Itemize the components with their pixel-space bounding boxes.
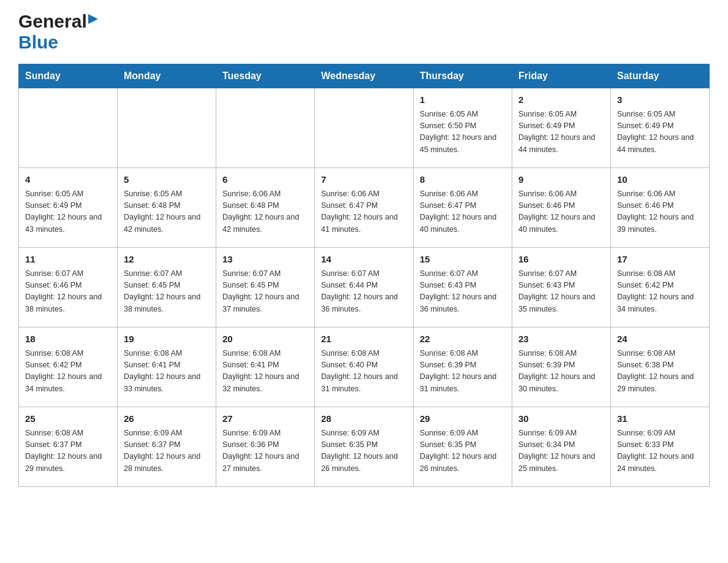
day-number: 3 [617,93,703,107]
day-number: 7 [321,173,407,187]
day-info: Sunrise: 6:09 AM Sunset: 6:33 PM Dayligh… [617,427,703,475]
calendar-header-friday: Friday [512,64,611,88]
day-number: 11 [25,253,111,267]
calendar-day-14: 14Sunrise: 6:07 AM Sunset: 6:44 PM Dayli… [315,248,414,327]
day-info: Sunrise: 6:05 AM Sunset: 6:50 PM Dayligh… [420,109,506,156]
calendar-week-row: 11Sunrise: 6:07 AM Sunset: 6:46 PM Dayli… [19,248,710,327]
calendar-day-3: 3Sunrise: 6:05 AM Sunset: 6:49 PM Daylig… [611,88,710,168]
day-info: Sunrise: 6:06 AM Sunset: 6:46 PM Dayligh… [617,188,703,236]
day-number: 18 [25,332,111,347]
calendar-header-saturday: Saturday [611,64,710,88]
day-info: Sunrise: 6:06 AM Sunset: 6:46 PM Dayligh… [518,188,604,236]
day-number: 9 [518,173,604,187]
day-info: Sunrise: 6:08 AM Sunset: 6:41 PM Dayligh… [124,348,210,396]
calendar-day-16: 16Sunrise: 6:07 AM Sunset: 6:43 PM Dayli… [512,248,611,327]
calendar-day-7: 7Sunrise: 6:06 AM Sunset: 6:47 PM Daylig… [315,168,414,248]
calendar-day-empty [118,88,216,168]
day-info: Sunrise: 6:08 AM Sunset: 6:42 PM Dayligh… [25,348,111,396]
page-header: General Blue [18,12,710,53]
day-info: Sunrise: 6:07 AM Sunset: 6:45 PM Dayligh… [124,268,210,316]
logo-flag-icon [88,14,98,28]
calendar-day-1: 1Sunrise: 6:05 AM Sunset: 6:50 PM Daylig… [414,88,512,168]
day-number: 21 [321,332,407,347]
calendar-day-30: 30Sunrise: 6:09 AM Sunset: 6:34 PM Dayli… [512,407,611,487]
day-number: 23 [518,332,604,347]
calendar-day-8: 8Sunrise: 6:06 AM Sunset: 6:47 PM Daylig… [414,168,512,248]
day-info: Sunrise: 6:05 AM Sunset: 6:49 PM Dayligh… [518,109,604,156]
calendar-day-27: 27Sunrise: 6:09 AM Sunset: 6:36 PM Dayli… [216,407,315,487]
calendar-header-wednesday: Wednesday [315,64,414,88]
day-info: Sunrise: 6:08 AM Sunset: 6:42 PM Dayligh… [617,268,703,316]
calendar-day-29: 29Sunrise: 6:09 AM Sunset: 6:35 PM Dayli… [414,407,512,487]
calendar-day-12: 12Sunrise: 6:07 AM Sunset: 6:45 PM Dayli… [118,248,216,327]
logo-general-word: General [18,12,87,31]
calendar-header-row: SundayMondayTuesdayWednesdayThursdayFrid… [19,64,710,88]
calendar-day-22: 22Sunrise: 6:08 AM Sunset: 6:39 PM Dayli… [414,327,512,407]
calendar-day-31: 31Sunrise: 6:09 AM Sunset: 6:33 PM Dayli… [611,407,710,487]
day-number: 20 [222,332,308,347]
day-info: Sunrise: 6:08 AM Sunset: 6:37 PM Dayligh… [25,427,111,475]
calendar-day-17: 17Sunrise: 6:08 AM Sunset: 6:42 PM Dayli… [611,248,710,327]
day-number: 5 [124,173,210,187]
day-number: 12 [124,253,210,267]
calendar-day-19: 19Sunrise: 6:08 AM Sunset: 6:41 PM Dayli… [118,327,216,407]
day-info: Sunrise: 6:06 AM Sunset: 6:47 PM Dayligh… [420,188,506,236]
calendar-day-5: 5Sunrise: 6:05 AM Sunset: 6:48 PM Daylig… [118,168,216,248]
day-number: 19 [124,332,210,347]
day-info: Sunrise: 6:07 AM Sunset: 6:45 PM Dayligh… [222,268,308,316]
calendar-header-tuesday: Tuesday [216,64,315,88]
calendar-week-row: 25Sunrise: 6:08 AM Sunset: 6:37 PM Dayli… [19,407,710,487]
day-info: Sunrise: 6:09 AM Sunset: 6:37 PM Dayligh… [124,427,210,475]
calendar-day-empty [19,88,118,168]
day-info: Sunrise: 6:09 AM Sunset: 6:35 PM Dayligh… [321,427,407,475]
calendar-header-sunday: Sunday [19,64,118,88]
calendar-day-18: 18Sunrise: 6:08 AM Sunset: 6:42 PM Dayli… [19,327,118,407]
svg-marker-0 [88,14,98,24]
logo: General Blue [18,12,99,53]
day-number: 26 [124,412,210,426]
day-number: 22 [420,332,506,347]
day-info: Sunrise: 6:08 AM Sunset: 6:40 PM Dayligh… [321,348,407,396]
calendar-day-28: 28Sunrise: 6:09 AM Sunset: 6:35 PM Dayli… [315,407,414,487]
calendar-day-25: 25Sunrise: 6:08 AM Sunset: 6:37 PM Dayli… [19,407,118,487]
calendar-week-row: 1Sunrise: 6:05 AM Sunset: 6:50 PM Daylig… [19,88,710,168]
day-number: 4 [25,173,111,187]
day-info: Sunrise: 6:08 AM Sunset: 6:39 PM Dayligh… [420,348,506,396]
calendar-week-row: 4Sunrise: 6:05 AM Sunset: 6:49 PM Daylig… [19,168,710,248]
calendar-header-monday: Monday [118,64,216,88]
day-info: Sunrise: 6:05 AM Sunset: 6:49 PM Dayligh… [25,188,111,236]
day-number: 1 [420,93,506,107]
calendar-day-20: 20Sunrise: 6:08 AM Sunset: 6:41 PM Dayli… [216,327,315,407]
day-number: 10 [617,173,703,187]
day-info: Sunrise: 6:06 AM Sunset: 6:48 PM Dayligh… [222,188,308,236]
day-number: 16 [518,253,604,267]
day-info: Sunrise: 6:05 AM Sunset: 6:48 PM Dayligh… [124,188,210,236]
day-number: 6 [222,173,308,187]
day-number: 27 [222,412,308,426]
calendar-week-row: 18Sunrise: 6:08 AM Sunset: 6:42 PM Dayli… [19,327,710,407]
calendar-day-9: 9Sunrise: 6:06 AM Sunset: 6:46 PM Daylig… [512,168,611,248]
logo-blue-word: Blue [18,32,58,53]
day-number: 17 [617,253,703,267]
day-info: Sunrise: 6:08 AM Sunset: 6:38 PM Dayligh… [617,348,703,396]
day-number: 13 [222,253,308,267]
calendar-day-2: 2Sunrise: 6:05 AM Sunset: 6:49 PM Daylig… [512,88,611,168]
day-info: Sunrise: 6:09 AM Sunset: 6:36 PM Dayligh… [222,427,308,475]
calendar-day-13: 13Sunrise: 6:07 AM Sunset: 6:45 PM Dayli… [216,248,315,327]
day-number: 30 [518,412,604,426]
day-info: Sunrise: 6:09 AM Sunset: 6:35 PM Dayligh… [420,427,506,475]
day-number: 31 [617,412,703,426]
day-info: Sunrise: 6:09 AM Sunset: 6:34 PM Dayligh… [518,427,604,475]
calendar-day-24: 24Sunrise: 6:08 AM Sunset: 6:38 PM Dayli… [611,327,710,407]
day-number: 29 [420,412,506,426]
calendar-day-empty [216,88,315,168]
day-info: Sunrise: 6:07 AM Sunset: 6:43 PM Dayligh… [420,268,506,316]
logo-wordmark: General [18,12,99,31]
day-info: Sunrise: 6:05 AM Sunset: 6:49 PM Dayligh… [617,109,703,156]
calendar-day-4: 4Sunrise: 6:05 AM Sunset: 6:49 PM Daylig… [19,168,118,248]
day-info: Sunrise: 6:08 AM Sunset: 6:39 PM Dayligh… [518,348,604,396]
day-number: 15 [420,253,506,267]
day-number: 25 [25,412,111,426]
calendar-day-26: 26Sunrise: 6:09 AM Sunset: 6:37 PM Dayli… [118,407,216,487]
day-number: 14 [321,253,407,267]
